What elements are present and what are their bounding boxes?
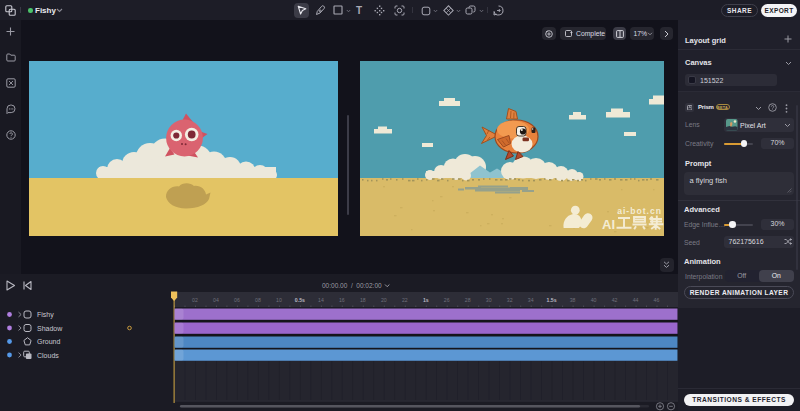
svg-text:00:00.00 / 00:02:00: 00:00.00 / 00:02:00 [322, 282, 382, 289]
svg-text:40: 40 [591, 297, 597, 303]
svg-text:1.5s: 1.5s [547, 297, 557, 303]
svg-text:38: 38 [570, 297, 576, 303]
svg-text:0.5s: 0.5s [295, 297, 305, 303]
svg-text:Fishy: Fishy [37, 311, 54, 319]
svg-text:20: 20 [381, 297, 387, 303]
svg-text:26: 26 [444, 297, 450, 303]
svg-text:1s: 1s [423, 297, 429, 303]
svg-text:08: 08 [255, 297, 261, 303]
svg-text:Clouds: Clouds [37, 352, 59, 359]
svg-text:AI: AI [602, 217, 615, 232]
svg-text:32: 32 [507, 297, 513, 303]
svg-text:02: 02 [192, 297, 198, 303]
svg-text:16: 16 [339, 297, 345, 303]
svg-text:ai-bot.cn: ai-bot.cn [617, 206, 662, 216]
svg-text:28: 28 [465, 297, 471, 303]
svg-text:Shadow: Shadow [37, 325, 63, 332]
svg-text:04: 04 [213, 297, 219, 303]
svg-text:06: 06 [234, 297, 240, 303]
svg-text:10: 10 [276, 297, 282, 303]
svg-text:34: 34 [528, 297, 534, 303]
svg-text:42: 42 [612, 297, 618, 303]
svg-text:Ground: Ground [37, 338, 60, 345]
svg-text:22: 22 [402, 297, 408, 303]
svg-text:30: 30 [486, 297, 492, 303]
svg-text:44: 44 [633, 297, 639, 303]
svg-text:14: 14 [318, 297, 324, 303]
svg-text:18: 18 [360, 297, 366, 303]
svg-text:46: 46 [654, 297, 660, 303]
